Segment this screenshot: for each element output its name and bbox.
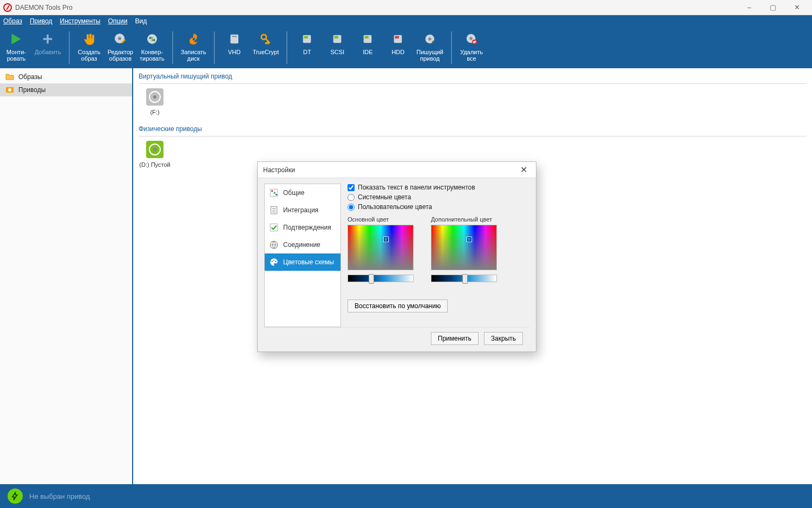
secondary-brightness-slider[interactable] (431, 275, 497, 282)
title-bar: DAEMON Tools Pro – ▢ ✕ (0, 0, 812, 15)
dialog-footer: Применить Закрыть (264, 327, 529, 351)
truecrypt-button[interactable]: TrueCrypt (250, 28, 283, 67)
radio-input[interactable] (348, 194, 355, 201)
menu-view[interactable]: Вид (135, 17, 147, 25)
dialog-nav: Общие Интеграция Подтверждения Соединени… (264, 184, 341, 327)
tool-label: SCSI (330, 49, 344, 55)
tool-label: Создать (78, 49, 101, 55)
nav-general[interactable]: Общие (265, 184, 340, 201)
tool-label: Добавить (35, 49, 61, 55)
sidebar-item-drives[interactable]: Приводы (0, 83, 132, 96)
dialog-content: Показать текст в панели инструментов Сис… (348, 184, 529, 327)
restore-defaults-button[interactable]: Восстановить по умолчанию (348, 299, 448, 312)
menu-drive[interactable]: Привод (30, 17, 53, 25)
slider-thumb[interactable] (369, 274, 374, 284)
scsi-drive-button[interactable]: SCSI (322, 28, 352, 67)
close-dialog-button[interactable]: Закрыть (484, 332, 523, 345)
section-physical-drives: Физические приводы (139, 124, 807, 136)
tool-label: Пишущий (416, 49, 443, 55)
close-button[interactable]: ✕ (785, 0, 809, 15)
radio-input[interactable] (348, 204, 355, 211)
menu-options[interactable]: Опции (108, 17, 127, 25)
vhd-button[interactable]: VHD (219, 28, 250, 67)
tool-label: TrueCrypt (253, 49, 279, 55)
status-bar: Не выбран привод (0, 484, 812, 508)
add-button[interactable]: Добавить (31, 28, 64, 67)
writer-drive-button[interactable]: Пишущий привод (413, 28, 447, 67)
primary-brightness-slider[interactable] (348, 275, 414, 282)
nav-label: Интеграция (283, 206, 318, 214)
system-colors-radio[interactable]: Системные цвета (348, 193, 529, 201)
user-colors-radio[interactable]: Пользовательские цвета (348, 203, 529, 211)
drive-label: (D:) Пустой (139, 161, 170, 168)
sliders-icon (269, 188, 279, 198)
tool-label: Конвер- (141, 49, 163, 55)
nav-label: Соединение (283, 241, 320, 249)
tool-label: Монти- (6, 49, 26, 55)
lightning-icon (8, 489, 23, 504)
svg-point-24 (273, 192, 275, 193)
toolbar-divider (451, 31, 452, 64)
drive-hdd-icon (389, 30, 407, 48)
svg-point-21 (8, 88, 11, 92)
nav-confirmations[interactable]: Подтверждения (265, 219, 340, 236)
dialog-close-button[interactable]: ✕ (516, 165, 531, 175)
virtual-drive-f[interactable]: (F:) (139, 88, 171, 115)
ide-drive-button[interactable]: IDE (352, 28, 383, 67)
apply-button[interactable]: Применить (431, 332, 479, 345)
tool-label: DT (303, 49, 311, 55)
dt-drive-button[interactable]: DT (292, 28, 322, 67)
nav-connection[interactable]: Соединение (265, 236, 340, 253)
toolbar-divider (69, 31, 70, 64)
tool-label: Редактор (108, 49, 133, 55)
picker-label: Дополнительный цвет (431, 216, 506, 223)
hdd-icon (226, 30, 243, 48)
plus-icon (39, 30, 56, 48)
drive-label: (F:) (150, 109, 159, 115)
sidebar-item-images[interactable]: Образы (0, 70, 132, 83)
spectrum-cursor[interactable] (384, 237, 388, 242)
sidebar-item-label: Приводы (18, 86, 45, 94)
folder-icon (5, 73, 14, 81)
toolbar-divider (286, 31, 287, 64)
tool-label: тировать (140, 55, 165, 62)
svg-rect-14 (395, 36, 399, 39)
burn-disc-button[interactable]: Записать диск (178, 28, 209, 67)
tool-label: ровать (7, 55, 26, 62)
primary-color-picker: Основной цвет (348, 216, 422, 282)
hand-icon (81, 30, 98, 48)
hdd-drive-button[interactable]: HDD (383, 28, 413, 67)
nav-integration[interactable]: Интеграция (265, 201, 340, 219)
tool-label: образ (81, 55, 97, 62)
picker-label: Основной цвет (348, 216, 422, 223)
primary-spectrum[interactable] (348, 225, 414, 270)
tool-label: VHD (228, 49, 240, 55)
menu-image[interactable]: Образ (3, 17, 22, 25)
minimize-button[interactable]: – (737, 0, 761, 15)
globe-icon (269, 240, 279, 250)
slider-thumb[interactable] (462, 274, 468, 284)
physical-drive-d[interactable]: (D:) Пустой (139, 141, 171, 168)
tool-label: Записать (181, 49, 206, 55)
create-image-button[interactable]: Создать образ (74, 28, 104, 67)
dialog-title-bar: Настройки ✕ (258, 162, 536, 178)
drive-scsi-icon (329, 30, 346, 48)
maximize-button[interactable]: ▢ (761, 0, 785, 15)
svg-point-18 (469, 37, 473, 40)
remove-all-button[interactable]: Удалить все (456, 28, 487, 67)
nav-color-schemes[interactable]: Цветовые схемы (265, 253, 340, 271)
checkbox-input[interactable] (348, 184, 355, 191)
image-editor-button[interactable]: Редактор образов (104, 28, 136, 67)
play-icon (8, 30, 25, 48)
show-toolbar-text-checkbox[interactable]: Показать текст в панели инструментов (348, 184, 529, 191)
flame-icon (185, 30, 202, 48)
tool-label: привод (420, 55, 440, 62)
secondary-spectrum[interactable] (431, 225, 497, 270)
convert-button[interactable]: Конвер- тировать (136, 28, 168, 67)
toolbar-divider (214, 31, 215, 64)
spectrum-cursor[interactable] (467, 237, 472, 242)
menu-tools[interactable]: Инструменты (60, 17, 101, 25)
dialog-title: Настройки (263, 166, 295, 174)
mount-button[interactable]: Монти- ровать (1, 28, 31, 67)
tool-label: HDD (391, 49, 404, 55)
